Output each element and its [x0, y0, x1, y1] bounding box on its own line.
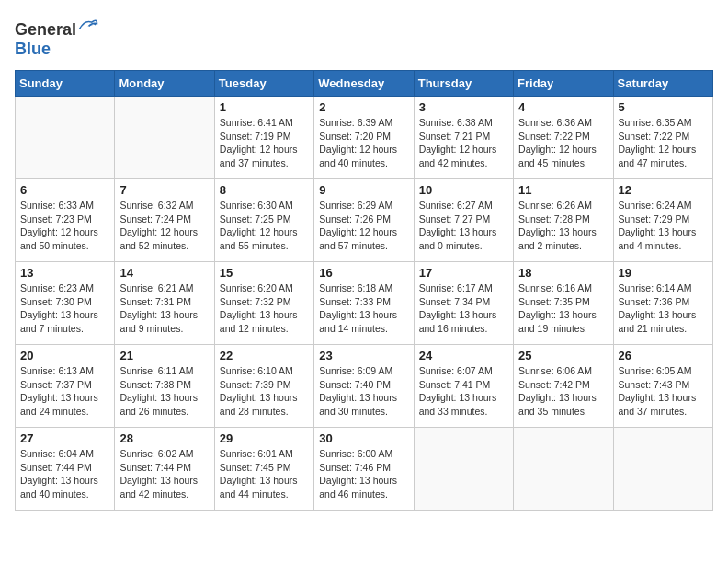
day-info: Sunrise: 6:04 AM Sunset: 7:44 PM Dayligh…: [20, 447, 109, 501]
day-number: 17: [419, 266, 508, 280]
day-info: Sunrise: 6:38 AM Sunset: 7:21 PM Dayligh…: [419, 116, 508, 170]
day-info: Sunrise: 6:01 AM Sunset: 7:45 PM Dayligh…: [220, 447, 309, 501]
page-header: General Blue: [15, 15, 713, 59]
day-info: Sunrise: 6:16 AM Sunset: 7:35 PM Dayligh…: [518, 282, 608, 336]
day-number: 3: [419, 100, 508, 114]
calendar-week-row: 6Sunrise: 6:33 AM Sunset: 7:23 PM Daylig…: [16, 179, 713, 262]
day-info: Sunrise: 6:00 AM Sunset: 7:46 PM Dayligh…: [319, 447, 408, 501]
logo-bird-icon: [78, 15, 98, 35]
day-info: Sunrise: 6:24 AM Sunset: 7:29 PM Dayligh…: [619, 199, 708, 253]
calendar-day-cell: 5Sunrise: 6:35 AM Sunset: 7:22 PM Daylig…: [613, 97, 712, 179]
calendar-day-cell: 16Sunrise: 6:18 AM Sunset: 7:33 PM Dayli…: [314, 262, 414, 345]
day-number: 20: [20, 349, 109, 362]
calendar-day-cell: 25Sunrise: 6:06 AM Sunset: 7:42 PM Dayli…: [514, 345, 613, 428]
calendar-table: SundayMondayTuesdayWednesdayThursdayFrid…: [15, 70, 713, 511]
calendar-day-cell: 24Sunrise: 6:07 AM Sunset: 7:41 PM Dayli…: [414, 345, 513, 428]
day-info: Sunrise: 6:30 AM Sunset: 7:25 PM Dayligh…: [220, 199, 309, 253]
day-number: 25: [518, 349, 608, 362]
day-info: Sunrise: 6:21 AM Sunset: 7:31 PM Dayligh…: [119, 282, 209, 336]
weekday-header-row: SundayMondayTuesdayWednesdayThursdayFrid…: [16, 71, 713, 97]
weekday-header-friday: Friday: [514, 71, 613, 97]
day-info: Sunrise: 6:41 AM Sunset: 7:19 PM Dayligh…: [220, 116, 309, 170]
day-number: 22: [220, 349, 309, 362]
day-number: 27: [20, 431, 109, 445]
calendar-day-cell: [16, 97, 115, 179]
day-info: Sunrise: 6:29 AM Sunset: 7:26 PM Dayligh…: [319, 199, 408, 253]
day-info: Sunrise: 6:05 AM Sunset: 7:43 PM Dayligh…: [619, 364, 708, 419]
calendar-day-cell: 19Sunrise: 6:14 AM Sunset: 7:36 PM Dayli…: [613, 262, 712, 345]
weekday-header-sunday: Sunday: [16, 71, 115, 97]
calendar-day-cell: 29Sunrise: 6:01 AM Sunset: 7:45 PM Dayli…: [214, 428, 313, 511]
day-number: 7: [119, 183, 209, 197]
calendar-week-row: 1Sunrise: 6:41 AM Sunset: 7:19 PM Daylig…: [16, 97, 713, 179]
calendar-day-cell: 26Sunrise: 6:05 AM Sunset: 7:43 PM Dayli…: [613, 345, 712, 428]
day-info: Sunrise: 6:17 AM Sunset: 7:34 PM Dayligh…: [419, 282, 508, 336]
day-number: 5: [619, 100, 708, 114]
calendar-day-cell: [613, 428, 712, 511]
calendar-day-cell: 1Sunrise: 6:41 AM Sunset: 7:19 PM Daylig…: [214, 97, 313, 179]
calendar-day-cell: 12Sunrise: 6:24 AM Sunset: 7:29 PM Dayli…: [613, 179, 712, 262]
calendar-day-cell: [414, 428, 513, 511]
day-number: 15: [220, 266, 309, 280]
calendar-day-cell: 27Sunrise: 6:04 AM Sunset: 7:44 PM Dayli…: [16, 428, 115, 511]
day-number: 16: [319, 266, 408, 280]
calendar-day-cell: 17Sunrise: 6:17 AM Sunset: 7:34 PM Dayli…: [414, 262, 513, 345]
calendar-day-cell: 11Sunrise: 6:26 AM Sunset: 7:28 PM Dayli…: [514, 179, 613, 262]
calendar-week-row: 20Sunrise: 6:13 AM Sunset: 7:37 PM Dayli…: [16, 345, 713, 428]
day-info: Sunrise: 6:02 AM Sunset: 7:44 PM Dayligh…: [119, 447, 209, 501]
weekday-header-wednesday: Wednesday: [314, 71, 414, 97]
day-info: Sunrise: 6:07 AM Sunset: 7:41 PM Dayligh…: [419, 364, 508, 419]
day-number: 9: [319, 183, 408, 197]
calendar-day-cell: 7Sunrise: 6:32 AM Sunset: 7:24 PM Daylig…: [115, 179, 214, 262]
day-info: Sunrise: 6:32 AM Sunset: 7:24 PM Dayligh…: [119, 199, 209, 253]
day-info: Sunrise: 6:26 AM Sunset: 7:28 PM Dayligh…: [518, 199, 608, 253]
day-number: 23: [319, 349, 408, 362]
calendar-day-cell: 10Sunrise: 6:27 AM Sunset: 7:27 PM Dayli…: [414, 179, 513, 262]
day-info: Sunrise: 6:27 AM Sunset: 7:27 PM Dayligh…: [419, 199, 508, 253]
day-number: 13: [20, 266, 109, 280]
day-number: 26: [619, 349, 708, 362]
day-number: 18: [518, 266, 608, 280]
calendar-day-cell: 18Sunrise: 6:16 AM Sunset: 7:35 PM Dayli…: [514, 262, 613, 345]
day-info: Sunrise: 6:18 AM Sunset: 7:33 PM Dayligh…: [319, 282, 408, 336]
logo-text: General Blue: [15, 15, 98, 59]
calendar-day-cell: 8Sunrise: 6:30 AM Sunset: 7:25 PM Daylig…: [214, 179, 313, 262]
day-info: Sunrise: 6:10 AM Sunset: 7:39 PM Dayligh…: [220, 364, 309, 419]
day-number: 30: [319, 431, 408, 445]
day-info: Sunrise: 6:36 AM Sunset: 7:22 PM Dayligh…: [518, 116, 608, 170]
calendar-day-cell: 6Sunrise: 6:33 AM Sunset: 7:23 PM Daylig…: [16, 179, 115, 262]
day-number: 14: [119, 266, 209, 280]
calendar-day-cell: 23Sunrise: 6:09 AM Sunset: 7:40 PM Dayli…: [314, 345, 414, 428]
day-info: Sunrise: 6:20 AM Sunset: 7:32 PM Dayligh…: [220, 282, 309, 336]
day-info: Sunrise: 6:09 AM Sunset: 7:40 PM Dayligh…: [319, 364, 408, 419]
day-number: 21: [119, 349, 209, 362]
logo: General Blue: [15, 15, 98, 59]
day-number: 12: [619, 183, 708, 197]
calendar-day-cell: 15Sunrise: 6:20 AM Sunset: 7:32 PM Dayli…: [214, 262, 313, 345]
logo-general: General: [15, 20, 76, 39]
day-number: 6: [20, 183, 109, 197]
calendar-day-cell: 13Sunrise: 6:23 AM Sunset: 7:30 PM Dayli…: [16, 262, 115, 345]
day-info: Sunrise: 6:39 AM Sunset: 7:20 PM Dayligh…: [319, 116, 408, 170]
day-number: 2: [319, 100, 408, 114]
calendar-day-cell: 4Sunrise: 6:36 AM Sunset: 7:22 PM Daylig…: [514, 97, 613, 179]
calendar-week-row: 13Sunrise: 6:23 AM Sunset: 7:30 PM Dayli…: [16, 262, 713, 345]
calendar-week-row: 27Sunrise: 6:04 AM Sunset: 7:44 PM Dayli…: [16, 428, 713, 511]
day-number: 29: [220, 431, 309, 445]
day-info: Sunrise: 6:13 AM Sunset: 7:37 PM Dayligh…: [20, 364, 109, 419]
calendar-day-cell: 22Sunrise: 6:10 AM Sunset: 7:39 PM Dayli…: [214, 345, 313, 428]
calendar-day-cell: 2Sunrise: 6:39 AM Sunset: 7:20 PM Daylig…: [314, 97, 414, 179]
day-number: 10: [419, 183, 508, 197]
weekday-header-monday: Monday: [115, 71, 214, 97]
day-info: Sunrise: 6:33 AM Sunset: 7:23 PM Dayligh…: [20, 199, 109, 253]
day-number: 19: [619, 266, 708, 280]
calendar-day-cell: 20Sunrise: 6:13 AM Sunset: 7:37 PM Dayli…: [16, 345, 115, 428]
calendar-day-cell: 30Sunrise: 6:00 AM Sunset: 7:46 PM Dayli…: [314, 428, 414, 511]
day-info: Sunrise: 6:14 AM Sunset: 7:36 PM Dayligh…: [619, 282, 708, 336]
calendar-day-cell: 3Sunrise: 6:38 AM Sunset: 7:21 PM Daylig…: [414, 97, 513, 179]
calendar-day-cell: 14Sunrise: 6:21 AM Sunset: 7:31 PM Dayli…: [115, 262, 214, 345]
day-info: Sunrise: 6:11 AM Sunset: 7:38 PM Dayligh…: [119, 364, 209, 419]
weekday-header-thursday: Thursday: [414, 71, 513, 97]
calendar-day-cell: 21Sunrise: 6:11 AM Sunset: 7:38 PM Dayli…: [115, 345, 214, 428]
day-number: 11: [518, 183, 608, 197]
